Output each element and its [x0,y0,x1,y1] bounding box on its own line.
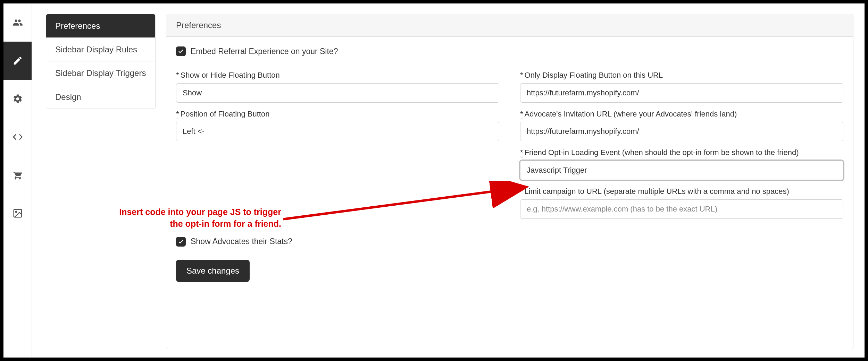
embed-checkbox[interactable] [176,46,186,56]
rail-code[interactable] [3,118,32,156]
nav-item-display-rules[interactable]: Sidebar Display Rules [46,37,155,61]
limit-url-input[interactable]: e.g. https://www.example.com (has to be … [520,199,843,219]
embed-checkbox-row: Embed Referral Experience on your Site? [176,46,843,56]
invitation-url-label: *Advocate's Invitation URL (where your A… [520,109,843,119]
limit-url-label: *Limit campaign to URL (separate multipl… [520,186,843,197]
rail-edit[interactable] [3,42,32,80]
right-column: *Only Display Floating Button on this UR… [520,64,843,219]
edit-icon [12,55,23,66]
code-icon [12,132,23,142]
nav-list: Preferences Sidebar Display Rules Sideba… [46,14,156,109]
stats-checkbox-row: Show Advocates their Stats? [176,237,843,247]
main-content: Preferences Embed Referral Experience on… [160,3,865,358]
invitation-url-input[interactable]: https://futurefarm.myshopify.com/ [520,122,843,141]
stats-checkbox[interactable] [176,237,186,247]
save-button[interactable]: Save changes [176,260,250,282]
position-label: *Position of Floating Button [176,109,499,119]
cogs-icon [12,94,23,104]
display-url-label: *Only Display Floating Button on this UR… [520,70,843,80]
cart-icon [12,170,23,180]
nav-item-design[interactable]: Design [46,85,155,109]
nav-item-preferences[interactable]: Preferences [46,14,155,37]
stats-label: Show Advocates their Stats? [191,237,292,246]
image-icon [12,208,23,218]
check-icon [178,239,184,245]
left-column: *Show or Hide Floating Button Show *Posi… [176,64,499,219]
users-icon [12,17,23,28]
loading-event-select[interactable]: Javascript Trigger [520,161,843,180]
icon-rail [3,3,32,358]
show-hide-select[interactable]: Show [176,83,499,103]
show-hide-label: *Show or Hide Floating Button [176,70,499,80]
rail-settings[interactable] [3,80,32,118]
side-nav: Preferences Sidebar Display Rules Sideba… [32,3,160,358]
preferences-panel: Preferences Embed Referral Experience on… [166,14,853,349]
panel-title: Preferences [166,14,853,37]
svg-point-1 [15,211,17,212]
nav-item-display-triggers[interactable]: Sidebar Display Triggers [46,61,155,85]
rail-media[interactable] [3,194,32,232]
embed-label: Embed Referral Experience on your Site? [191,47,338,56]
rail-users[interactable] [3,3,32,42]
check-icon [178,48,184,54]
rail-cart[interactable] [3,156,32,194]
loading-event-label: *Friend Opt-in Loading Event (when shoul… [520,147,843,158]
display-url-input[interactable]: https://futurefarm.myshopify.com/ [520,83,843,103]
position-select[interactable]: Left <- [176,122,499,141]
